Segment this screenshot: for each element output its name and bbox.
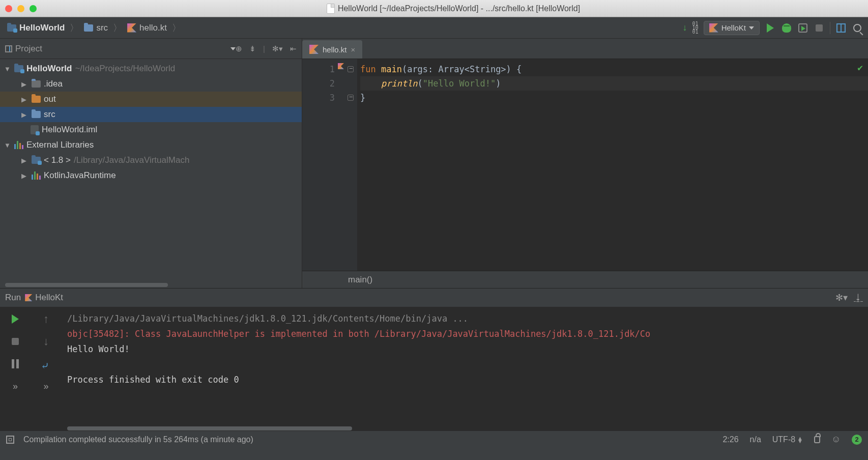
tree-item-label: HelloWorld.iml <box>42 125 97 135</box>
status-message: Compilation completed successfully in 5s… <box>23 435 253 444</box>
run-button[interactable] <box>765 22 776 34</box>
tree-row-src[interactable]: ▶ src <box>0 107 302 122</box>
stop-button[interactable] <box>9 335 21 348</box>
tree-row-root[interactable]: ▼ HelloWorld ~/IdeaProjects/HelloWorld <box>0 61 302 76</box>
run-config-label: HelloKt <box>721 23 746 32</box>
tree-item-label: out <box>44 94 56 104</box>
tree-row-external-libs[interactable]: ▼ External Libraries <box>0 137 302 153</box>
run-config-name: HelloKt <box>35 293 63 303</box>
breadcrumb-folder[interactable]: src <box>82 21 110 35</box>
double-chevron-icon: » <box>43 381 48 392</box>
module-icon <box>14 65 23 72</box>
kotlin-icon <box>25 294 32 301</box>
code-function: main <box>381 64 402 74</box>
window-zoom-button[interactable] <box>30 5 37 12</box>
tree-row-jdk[interactable]: ▶ < 1.8 > /Library/Java/JavaVirtualMach <box>0 153 302 168</box>
code-text: (args: Array<String>) { <box>402 64 522 74</box>
project-panel-title[interactable]: Project <box>15 44 42 54</box>
fold-icon[interactable] <box>348 66 354 72</box>
more-button[interactable]: » <box>40 380 52 392</box>
stop-button[interactable] <box>814 22 825 34</box>
structure-crumb[interactable]: main() <box>348 275 372 285</box>
fold-icon[interactable] <box>348 95 354 101</box>
layout-button[interactable] <box>835 22 847 34</box>
search-button[interactable] <box>852 22 863 34</box>
window-minimize-button[interactable] <box>17 5 24 12</box>
bug-icon <box>782 23 791 33</box>
pause-button[interactable] <box>9 358 21 370</box>
horizontal-scrollbar[interactable] <box>67 426 352 430</box>
inspection-profile[interactable]: ☺ <box>831 436 841 443</box>
tab-close-icon[interactable]: × <box>351 45 356 54</box>
breadcrumb-file[interactable]: hello.kt <box>125 21 169 35</box>
console-command: /Library/Java/JavaVirtualMachines/jdk1.8… <box>67 313 468 324</box>
collapse-all-icon[interactable]: ⇟ <box>249 44 256 53</box>
project-view-icon <box>5 45 12 52</box>
hide-icon[interactable]: ⇤ <box>290 44 297 53</box>
scroll-up-button[interactable]: ↑ <box>40 313 52 325</box>
encoding-value: UTF-8 <box>772 435 795 444</box>
debug-button[interactable] <box>781 22 792 34</box>
console-stdout: Hello World! <box>67 344 130 354</box>
tree-row-iml[interactable]: HelloWorld.iml <box>0 122 302 137</box>
readonly-toggle[interactable] <box>814 436 820 443</box>
update-icon[interactable]: ↓ <box>683 22 687 33</box>
tool-windows-icon[interactable] <box>6 436 14 444</box>
pause-icon <box>12 359 19 368</box>
tree-row-out[interactable]: ▶ out <box>0 92 302 107</box>
stop-icon <box>816 24 823 32</box>
breadcrumb-project[interactable]: HelloWorld <box>5 21 67 35</box>
code-editor[interactable]: 1 2 3 fun main(args: Array<String>) { pr… <box>302 59 868 271</box>
arrow-up-icon: ↑ <box>43 312 49 326</box>
console-exit: Process finished with exit code 0 <box>67 375 239 385</box>
line-number: 1 <box>302 62 335 76</box>
inspector-icon: ☺ <box>831 436 841 443</box>
search-icon <box>853 24 861 32</box>
cursor-position-value: 2:26 <box>722 435 738 444</box>
soft-wrap-button[interactable]: ⤶ <box>40 358 52 370</box>
inspection-ok-icon[interactable]: ✔ <box>857 62 863 73</box>
horizontal-scrollbar[interactable] <box>5 283 168 287</box>
code-indent <box>360 78 381 89</box>
gear-icon[interactable]: ✻▾ <box>835 292 848 303</box>
coverage-icon <box>798 23 807 33</box>
file-icon <box>327 4 335 14</box>
window-title: HelloWorld [~/IdeaProjects/HelloWorld] -… <box>338 4 580 13</box>
tree-item-label: < 1.8 > <box>44 155 71 165</box>
chevron-down-icon <box>749 26 754 30</box>
kotlin-file-icon <box>127 23 136 33</box>
code-text: ( <box>418 78 423 89</box>
play-icon <box>767 23 774 33</box>
file-encoding[interactable]: UTF-8▲▼ <box>772 435 803 444</box>
event-log-badge[interactable]: 2 <box>852 435 862 445</box>
tree-row-idea[interactable]: ▶ .idea <box>0 76 302 92</box>
locate-icon[interactable]: ⊕ <box>236 44 242 53</box>
run-panel-title[interactable]: Run <box>5 293 21 303</box>
binary-icon[interactable]: 011001 <box>692 22 699 34</box>
line-number: 3 <box>302 91 335 105</box>
cursor-position[interactable]: 2:26 <box>722 435 738 444</box>
tree-root-path: ~/IdeaProjects/HelloWorld <box>75 64 175 74</box>
editor-tab-hello[interactable]: hello.kt × <box>302 40 362 59</box>
run-config-selector[interactable]: HelloKt <box>704 21 760 35</box>
library-icon <box>32 157 41 164</box>
tree-item-label: src <box>44 109 55 120</box>
rerun-button[interactable] <box>9 313 21 325</box>
window-close-button[interactable] <box>5 5 12 12</box>
project-tree[interactable]: ▼ HelloWorld ~/IdeaProjects/HelloWorld ▶… <box>0 59 302 283</box>
breadcrumb: HelloWorld 〉 src 〉 hello.kt 〉 <box>5 21 683 35</box>
badge-count: 2 <box>852 435 862 445</box>
kotlin-file-icon <box>309 45 319 54</box>
kotlin-gutter-icon[interactable] <box>338 63 344 69</box>
line-separator[interactable]: n/a <box>750 435 761 444</box>
gear-icon[interactable]: ✻▾ <box>272 44 283 53</box>
console-output[interactable]: /Library/Java/JavaVirtualMachines/jdk1.8… <box>61 307 868 425</box>
export-icon[interactable]: ⭳ <box>854 293 863 303</box>
coverage-button[interactable] <box>797 22 808 34</box>
more-button[interactable]: » <box>9 380 21 392</box>
chevron-down-icon[interactable] <box>230 47 236 50</box>
arrow-down-icon: ↓ <box>43 335 49 348</box>
scroll-down-button[interactable]: ↓ <box>40 335 52 348</box>
tree-row-kotlin-runtime[interactable]: ▶ KotlinJavaRuntime <box>0 168 302 183</box>
chevron-right-icon: 〉 <box>113 22 122 34</box>
